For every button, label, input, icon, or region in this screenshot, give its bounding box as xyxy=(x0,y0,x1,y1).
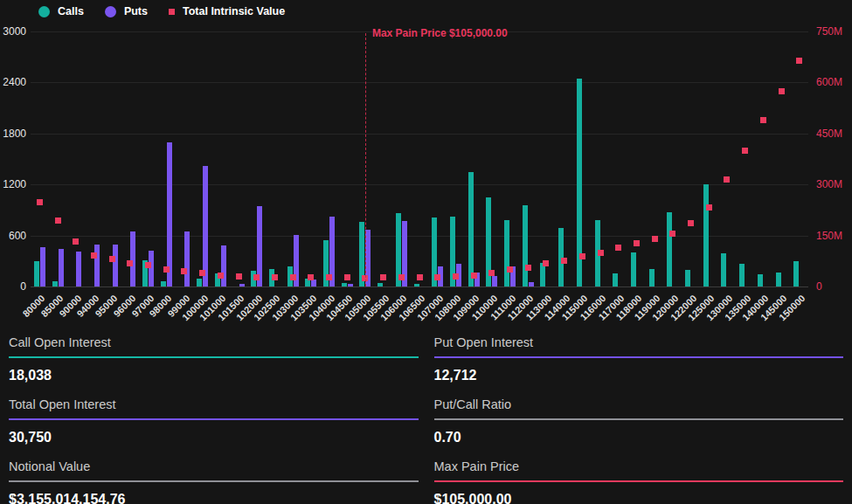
puts-bar-100000[interactable] xyxy=(203,166,208,287)
calls-bar-112000[interactable] xyxy=(523,205,528,287)
intrinsic-value-dot-105500[interactable] xyxy=(380,274,386,280)
puts-bar-98000[interactable] xyxy=(167,142,172,287)
intrinsic-value-dot-98000[interactable] xyxy=(163,266,170,273)
puts-bar-97000[interactable] xyxy=(149,251,154,287)
intrinsic-value-dot-102000[interactable] xyxy=(253,274,260,280)
intrinsic-value-dot-122000[interactable] xyxy=(688,220,694,226)
intrinsic-value-dot-125000[interactable] xyxy=(706,204,712,211)
calls-bar-125000[interactable] xyxy=(703,184,709,287)
calls-bar-104500[interactable] xyxy=(342,283,347,287)
calls-bar-109000[interactable] xyxy=(468,172,474,287)
calls-bar-117000[interactable] xyxy=(613,273,618,287)
intrinsic-value-dot-106000[interactable] xyxy=(398,274,405,280)
intrinsic-value-dot-119000[interactable] xyxy=(652,236,658,242)
calls-bar-105500[interactable] xyxy=(378,283,383,287)
calls-bar-118000[interactable] xyxy=(631,252,636,287)
stat-label: Call Open Interest xyxy=(9,335,419,350)
intrinsic-value-dot-114000[interactable] xyxy=(561,258,567,264)
intrinsic-value-dot-150000[interactable] xyxy=(796,58,802,64)
intrinsic-value-dot-107000[interactable] xyxy=(434,274,440,280)
calls-bar-98000[interactable] xyxy=(161,281,166,287)
intrinsic-value-dot-116000[interactable] xyxy=(598,250,604,256)
calls-bar-100000[interactable] xyxy=(197,279,202,287)
calls-bar-120000[interactable] xyxy=(667,212,672,287)
calls-bar-80000[interactable] xyxy=(34,261,39,287)
puts-bar-110000[interactable] xyxy=(492,276,497,287)
intrinsic-value-dot-111000[interactable] xyxy=(507,266,513,273)
intrinsic-value-dot-97000[interactable] xyxy=(145,262,151,268)
intrinsic-value-dot-102500[interactable] xyxy=(272,274,278,280)
intrinsic-value-dot-106500[interactable] xyxy=(417,274,423,280)
puts-bar-101500[interactable] xyxy=(239,284,245,287)
intrinsic-value-dot-112000[interactable] xyxy=(525,265,531,271)
stat-accent-line xyxy=(9,356,419,358)
calls-bar-111000[interactable] xyxy=(504,220,509,287)
intrinsic-value-dot-100000[interactable] xyxy=(199,270,205,276)
puts-bar-99000[interactable] xyxy=(184,231,190,287)
calls-bar-119000[interactable] xyxy=(649,269,655,287)
calls-bar-85000[interactable] xyxy=(52,281,58,287)
calls-bar-140000[interactable] xyxy=(758,274,763,287)
legend-calls-label: Calls xyxy=(58,5,84,17)
intrinsic-value-dot-117000[interactable] xyxy=(615,245,621,251)
intrinsic-value-dot-85000[interactable] xyxy=(55,217,61,224)
intrinsic-value-dot-90000[interactable] xyxy=(73,238,79,245)
calls-bar-106500[interactable] xyxy=(414,284,419,287)
intrinsic-value-dot-130000[interactable] xyxy=(724,176,730,183)
intrinsic-value-dot-99000[interactable] xyxy=(181,268,187,274)
puts-bar-85000[interactable] xyxy=(59,249,64,287)
calls-bar-145000[interactable] xyxy=(776,273,781,287)
legend-item-intrinsic[interactable]: Total Intrinsic Value xyxy=(169,5,285,17)
intrinsic-value-dot-103000[interactable] xyxy=(290,274,296,280)
puts-bar-101000[interactable] xyxy=(221,245,226,287)
right-axis-tick: 600M xyxy=(816,76,851,88)
intrinsic-value-dot-104500[interactable] xyxy=(344,274,350,280)
gridline xyxy=(31,184,808,185)
stat-value: 30,750 xyxy=(9,430,419,445)
calls-bar-130000[interactable] xyxy=(721,253,726,287)
puts-bar-80000[interactable] xyxy=(40,247,45,287)
legend-item-puts[interactable]: Puts xyxy=(105,5,148,17)
intrinsic-value-dot-113000[interactable] xyxy=(543,260,549,266)
intrinsic-value-dot-96000[interactable] xyxy=(127,260,133,266)
intrinsic-value-dot-101500[interactable] xyxy=(236,273,242,280)
intrinsic-value-dot-135000[interactable] xyxy=(742,148,748,154)
stat-accent-line xyxy=(9,480,419,482)
intrinsic-value-dot-101000[interactable] xyxy=(218,273,224,279)
puts-bar-112000[interactable] xyxy=(529,282,534,287)
calls-bar-135000[interactable] xyxy=(739,264,745,287)
stat-label: Put Open Interest xyxy=(434,335,844,350)
intrinsic-value-dot-115000[interactable] xyxy=(579,253,585,259)
stat-label: Max Pain Price xyxy=(434,459,844,474)
left-axis-tick: 600 xyxy=(0,230,26,242)
puts-bar-90000[interactable] xyxy=(76,252,81,287)
stat-label: Put/Call Ratio xyxy=(434,397,844,412)
intrinsic-value-dot-103500[interactable] xyxy=(308,274,314,280)
puts-bar-103500[interactable] xyxy=(311,280,316,287)
intrinsic-value-dot-94000[interactable] xyxy=(91,252,97,259)
intrinsic-value-dot-110000[interactable] xyxy=(488,270,495,276)
intrinsic-value-dot-95000[interactable] xyxy=(109,256,115,262)
puts-bar-95000[interactable] xyxy=(113,245,118,287)
intrinsic-value-dot-145000[interactable] xyxy=(779,88,785,94)
intrinsic-value-dot-104000[interactable] xyxy=(326,274,332,280)
stat-put-open-interest: Put Open Interest 12,712 xyxy=(434,334,844,383)
stat-value: 18,038 xyxy=(9,368,419,383)
intrinsic-value-dot-108000[interactable] xyxy=(453,273,459,280)
max-pain-annotation-label: Max Pain Price $105,000.00 xyxy=(372,27,508,39)
stat-put-call-ratio: Put/Call Ratio 0.70 xyxy=(434,396,844,445)
intrinsic-value-dot-80000[interactable] xyxy=(37,199,43,205)
intrinsic-value-dot-120000[interactable] xyxy=(669,231,675,237)
legend-item-calls[interactable]: Calls xyxy=(38,5,84,17)
puts-bar-96000[interactable] xyxy=(130,231,135,287)
stat-label: Total Open Interest xyxy=(9,397,419,412)
calls-bar-150000[interactable] xyxy=(793,261,799,287)
calls-bar-122000[interactable] xyxy=(685,270,690,287)
intrinsic-value-dot-140000[interactable] xyxy=(760,117,766,123)
puts-bar-94000[interactable] xyxy=(94,245,100,287)
puts-bar-104500[interactable] xyxy=(348,284,353,287)
intrinsic-value-dot-118000[interactable] xyxy=(634,240,640,246)
intrinsic-value-dot-109000[interactable] xyxy=(471,273,477,279)
calls-series-icon xyxy=(38,6,50,17)
stat-max-pain-price: Max Pain Price $105,000.00 xyxy=(434,458,844,504)
